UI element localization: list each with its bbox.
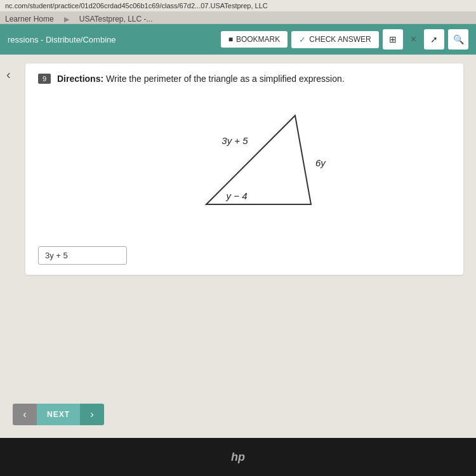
expand-icon: ➚: [430, 34, 438, 44]
bookmark-button[interactable]: ■ BOOKMARK: [221, 31, 288, 48]
triangle-diagram: 3y + 5 6y y − 4: [38, 90, 451, 236]
browser-tabs: Learner Home ▶ USATestprep, LLC -...: [0, 12, 476, 24]
search-icon: 🔍: [453, 34, 464, 44]
url-text: nc.com/student/practice/01d206crdad45c06…: [5, 2, 268, 10]
hp-logo: hp: [231, 451, 245, 464]
app-header: ressions - Distribute/Combine ■ BOOKMARK…: [0, 24, 476, 55]
bookmark-icon: ■: [228, 35, 233, 44]
svg-marker-0: [206, 116, 311, 204]
back-arrow-button[interactable]: ‹: [6, 67, 11, 82]
triangle-svg: 3y + 5 6y y − 4: [143, 103, 346, 230]
answer-input-area: [38, 246, 451, 265]
expand-button[interactable]: ➚: [424, 29, 444, 50]
content-area: ‹ 9 Directions: Write the perimeter of t…: [0, 55, 476, 438]
next-button[interactable]: ›: [80, 404, 104, 425]
question-directions: Directions: Write the perimeter of the t…: [57, 74, 345, 84]
tab-learner-home[interactable]: Learner Home: [5, 15, 54, 23]
grid-icon: ⊞: [389, 34, 397, 44]
side-top-label: 3y + 5: [221, 135, 248, 146]
check-answer-label: CHECK ANSWER: [309, 35, 371, 44]
directions-body: Write the perimeter of the triangle as a…: [106, 74, 345, 84]
browser-url-bar: nc.com/student/practice/01d206crdad45c06…: [0, 0, 476, 12]
directions-prefix: Directions:: [57, 74, 106, 84]
check-answer-button[interactable]: ✓ CHECK ANSWER: [291, 31, 378, 48]
search-button[interactable]: 🔍: [448, 29, 468, 50]
laptop-bottom-bezel: hp: [0, 438, 476, 476]
side-right-label: 6y: [315, 157, 326, 168]
side-bottom-label: y − 4: [226, 190, 248, 201]
navigation-buttons: ‹ NEXT ›: [13, 404, 104, 425]
next-icon: ›: [90, 409, 93, 420]
prev-icon: ‹: [23, 409, 26, 420]
grid-icon-button[interactable]: ⊞: [383, 29, 403, 50]
next-label-button[interactable]: NEXT: [37, 404, 80, 425]
screen: nc.com/student/practice/01d206crdad45c06…: [0, 0, 476, 476]
answer-input[interactable]: [38, 246, 127, 265]
next-label: NEXT: [47, 410, 70, 419]
prev-button[interactable]: ‹: [13, 404, 37, 425]
question-number: 9: [38, 74, 51, 84]
close-button[interactable]: ×: [407, 31, 420, 48]
section-title: ressions - Distribute/Combine: [8, 35, 116, 44]
bookmark-label: BOOKMARK: [236, 35, 280, 44]
question-card: 9 Directions: Write the perimeter of the…: [25, 63, 463, 275]
question-header: 9 Directions: Write the perimeter of the…: [38, 74, 451, 84]
header-actions: ■ BOOKMARK ✓ CHECK ANSWER ⊞ × ➚ 🔍: [221, 29, 468, 50]
checkmark-icon: ✓: [299, 35, 306, 44]
tab-arrow-icon: ▶: [64, 15, 69, 23]
tab-usatestprep[interactable]: USATestprep, LLC -...: [79, 15, 153, 23]
